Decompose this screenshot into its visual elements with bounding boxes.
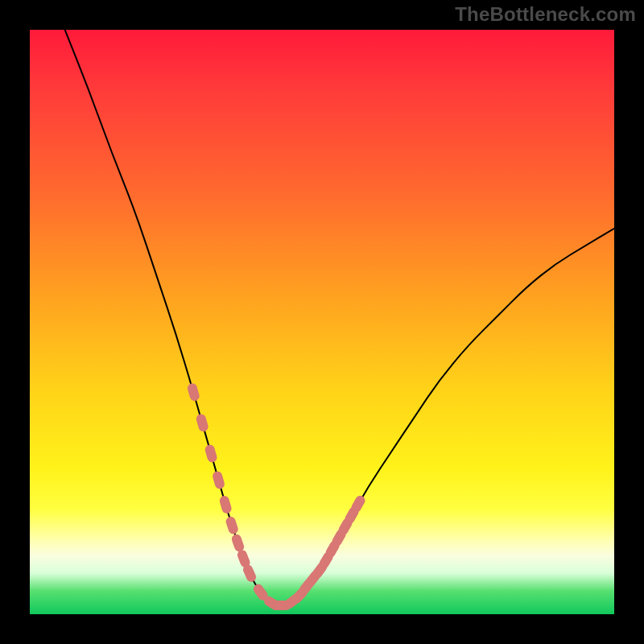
- plot-area: [30, 30, 614, 614]
- highlight-dash: [204, 444, 218, 463]
- watermark-text: TheBottleneck.com: [455, 3, 636, 26]
- highlight-dash: [186, 382, 200, 402]
- chart-frame: TheBottleneck.com: [0, 0, 644, 644]
- highlight-dash: [230, 533, 246, 553]
- bottleneck-curve: [65, 30, 614, 605]
- highlight-dash: [225, 515, 239, 535]
- highlight-dashes: [186, 382, 366, 612]
- chart-svg: [30, 30, 614, 614]
- highlight-dash: [195, 413, 209, 432]
- highlight-dash: [218, 495, 233, 514]
- highlight-dash: [212, 470, 226, 489]
